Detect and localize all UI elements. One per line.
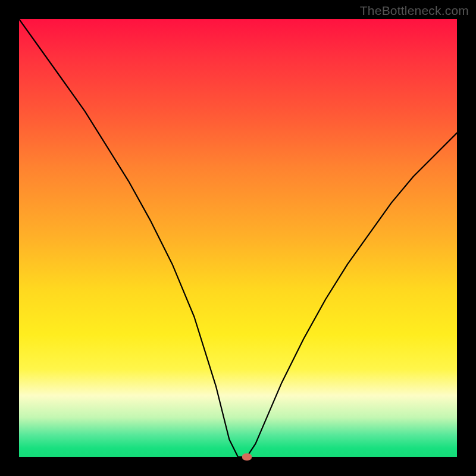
bottleneck-curve (19, 19, 457, 457)
watermark-text: TheBottleneck.com (360, 4, 469, 18)
minimum-marker (242, 453, 252, 461)
chart-frame: TheBottleneck.com (0, 0, 476, 476)
curve-path (19, 19, 457, 457)
plot-area (19, 19, 457, 457)
